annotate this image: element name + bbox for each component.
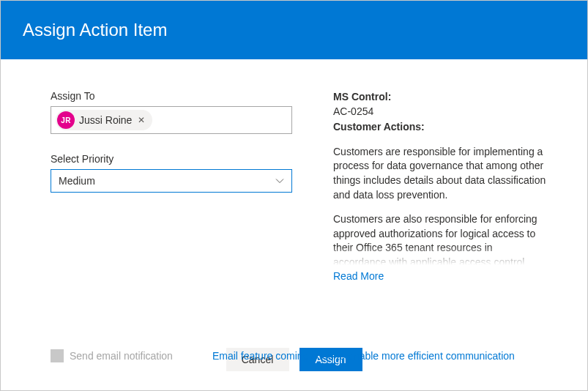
customer-actions-paragraph-2: Customers are also responsible for enfor…	[333, 212, 546, 265]
remove-person-icon[interactable]: ✕	[136, 115, 146, 125]
assign-to-field: Assign To JR Jussi Roine ✕	[51, 90, 292, 134]
dialog-footer: Cancel Assign	[1, 335, 587, 390]
dialog-title: Assign Action Item	[23, 20, 167, 40]
priority-value: Medium	[59, 175, 95, 187]
email-notification-row: Send email notification Email feature co…	[51, 349, 546, 362]
email-feature-note: Email feature coming soon to enable more…	[212, 350, 515, 362]
customer-actions-paragraph-2-container: Customers are also responsible for enfor…	[333, 212, 546, 265]
ms-control-label: MS Control:	[333, 91, 391, 103]
person-name: Jussi Roine	[79, 114, 132, 126]
assign-action-item-dialog: Assign Action Item Assign To JR Jussi Ro…	[0, 0, 588, 391]
left-column: Assign To JR Jussi Roine ✕ Select Priori…	[51, 90, 292, 335]
email-checkbox-label: Send email notification	[70, 350, 173, 362]
person-chip[interactable]: JR Jussi Roine ✕	[56, 110, 152, 130]
priority-select[interactable]: Medium	[51, 169, 292, 193]
priority-label: Select Priority	[51, 153, 292, 165]
customer-actions-paragraph-1: Customers are responsible for implementi…	[333, 145, 546, 202]
avatar: JR	[57, 111, 75, 129]
customer-actions-label: Customer Actions:	[333, 121, 425, 133]
ms-control-value: AC-0254	[333, 105, 546, 119]
dialog-header: Assign Action Item	[1, 1, 587, 59]
email-checkbox	[51, 349, 64, 362]
read-more-link[interactable]: Read More	[333, 269, 384, 284]
chevron-down-icon	[275, 176, 284, 185]
ms-control-row: MS Control:	[333, 90, 546, 105]
priority-field: Select Priority Medium	[51, 153, 292, 193]
assign-to-label: Assign To	[51, 90, 292, 102]
right-column: MS Control: AC-0254 Customer Actions: Cu…	[333, 90, 546, 335]
assign-to-input[interactable]: JR Jussi Roine ✕	[51, 106, 292, 134]
dialog-content: Assign To JR Jussi Roine ✕ Select Priori…	[1, 59, 587, 335]
